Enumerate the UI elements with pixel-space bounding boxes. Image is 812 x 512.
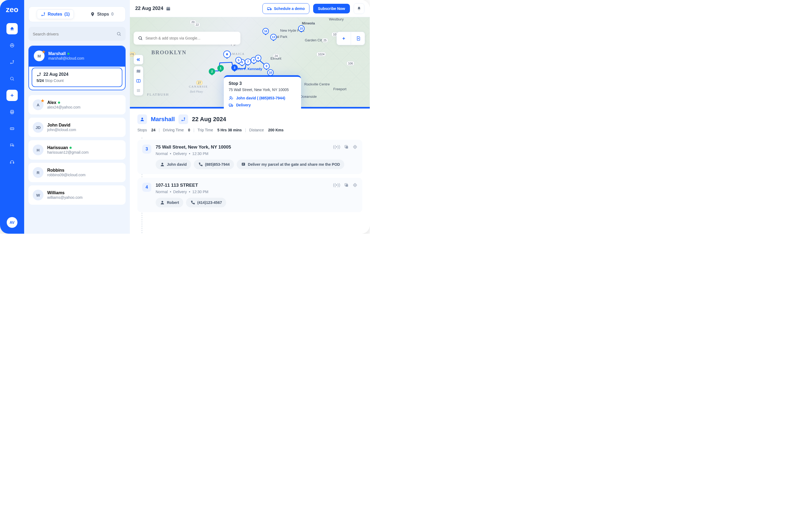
contact-chip[interactable]: Robert [156,198,183,207]
driver-name: Robbins [47,168,86,173]
stop-meta: Normal • Delivery • 12:30 PM [156,152,231,156]
broadcast-icon[interactable]: ((•)) [333,183,340,189]
map-view-map[interactable] [134,66,143,76]
map-view-list[interactable] [134,86,143,96]
note-chip[interactable]: Deliver my parcel at the gate and share … [237,160,344,169]
avatar: JD [33,122,44,133]
driver-search-input[interactable] [33,32,116,36]
map-pin[interactable]: 15 [298,25,304,32]
road-shield: 106 [347,61,354,65]
map-action-buttons: + [337,32,365,45]
svg-point-28 [182,120,182,121]
map-pin[interactable]: 8 [255,55,261,61]
nav-chat-icon[interactable] [6,140,18,151]
notifications-button[interactable] [354,3,365,14]
map-view-split[interactable] [134,76,143,86]
subscribe-button[interactable]: Subscribe Now [313,4,350,14]
stop-count-line: 5/24 Stop Count [36,78,118,83]
locate-icon[interactable] [353,183,357,189]
contact-chip[interactable]: John david [156,160,191,169]
nav-ticket-icon[interactable] [6,123,18,134]
driver-search[interactable] [28,27,125,41]
driver-name: Alex [47,100,81,105]
status-dot [69,147,71,149]
map-pin[interactable]: 5 [235,57,242,63]
brand-logo: zeo [6,5,19,14]
popup-contact[interactable]: John david ( (885)853-7944) [229,96,296,101]
driver-email: marshall@icloud.com [48,56,84,60]
svg-point-33 [355,147,355,147]
nav-add-button[interactable] [6,90,18,101]
status-dot [58,102,60,104]
selected-driver-wrap: M★ Marshall marshall@icloud.com 22 Aug 2… [28,46,125,90]
map-pin[interactable]: 13 [270,34,277,40]
topbar-date[interactable]: 22 Aug 2024 [135,6,171,11]
copy-icon[interactable] [344,144,349,151]
map-pin-home[interactable] [223,51,231,58]
nav-print-icon[interactable] [6,106,18,118]
driver-card-selected[interactable]: M★ Marshall marshall@icloud.com [29,46,125,66]
phone-chip[interactable]: (885)853-7944 [194,160,234,169]
map-pin-active[interactable]: 3 [231,64,238,71]
map-label: Garden City [305,38,323,42]
avatar: R [33,167,44,178]
map-search[interactable] [134,32,240,45]
map-pin[interactable]: 7 [245,59,251,65]
stop-card[interactable]: 3 75 Wall Street, New York, NY 10005 Nor… [137,140,362,174]
broadcast-icon[interactable]: ((•)) [333,144,340,151]
stop-count-value: 5/24 [36,78,44,83]
chip-row: John david (885)853-7944Deliver my parce… [156,160,357,169]
nav-user-avatar[interactable]: AV [7,217,18,228]
copy-icon[interactable] [344,183,349,189]
nav-home-icon[interactable] [6,23,18,34]
road-shield: 22 [194,23,200,27]
avatar: H [33,144,44,155]
map-pin[interactable]: 9 [263,63,270,69]
popup-contact-text: John david ( (885)853-7944) [236,96,285,100]
driver-chip[interactable] [137,114,147,124]
search-icon [138,36,143,41]
nav-route-icon[interactable] [6,56,18,68]
driver-card[interactable]: JD John David john@icloud.com [28,118,125,137]
date-chip[interactable] [178,114,188,124]
driver-email: harissuan12@gmail.com [47,150,89,155]
driver-card[interactable]: R Robbins robbins09@icloud.com [28,163,125,182]
locate-icon[interactable] [353,144,357,151]
svg-rect-35 [242,163,245,166]
road-shield: 1024 [317,52,326,56]
tab-stops[interactable]: Stops 0 [86,10,117,19]
stop-number: 4 [142,183,151,192]
schedule-demo-button[interactable]: Schedule a demo [262,3,310,14]
selected-route-detail[interactable]: 22 Aug 2024 5/24 Stop Count [32,68,122,87]
route-icon [36,72,41,77]
stops-list: 3 75 Wall Street, New York, NY 10005 Nor… [130,136,370,234]
map-search-input[interactable] [145,36,236,40]
driver-card[interactable]: W Williams williams@yahoo.com [28,185,125,205]
map-collapse-button[interactable] [134,55,143,64]
svg-point-29 [184,118,185,118]
map-pin[interactable]: 1 [218,65,224,72]
map-view-toolbar [134,66,143,96]
nav-steering-icon[interactable] [6,40,18,51]
phone-chip[interactable]: (414)123-4567 [186,198,226,207]
content: 22 Aug 2024 Schedule a demo Subscribe No… [130,0,370,234]
stop-card[interactable]: 4 107-11 113 STREET Normal • Delivery • … [137,178,362,212]
topbar-date-text: 22 Aug 2024 [135,6,163,11]
map-import-button[interactable] [351,32,365,45]
tab-routes[interactable]: Routes (1) [37,9,74,19]
summary-driver-name: Marshall [151,116,175,123]
stop-count-label: Stop Count [45,78,64,83]
driver-email: alex24@yahoo.com [47,105,81,109]
map-pin[interactable]: 10 [267,69,274,76]
svg-point-16 [40,73,40,74]
map-pin[interactable]: 16 [262,28,269,34]
driver-card[interactable]: A★ Alex alex24@yahoo.com [28,95,125,114]
road-shield: 24 [273,54,279,58]
map-label: John F. Kennedy [235,67,262,71]
nav-search-icon[interactable] [6,73,18,84]
driver-card[interactable]: H Harissuan harissuan12@gmail.com [28,140,125,160]
map-add-button[interactable]: + [337,32,351,45]
map-pin[interactable]: 2 [209,68,215,75]
map-area[interactable]: BUSHWICK BROOKLYN FLATBUSH CANARSIE JAMA… [130,17,370,109]
nav-headset-icon[interactable] [6,156,18,168]
